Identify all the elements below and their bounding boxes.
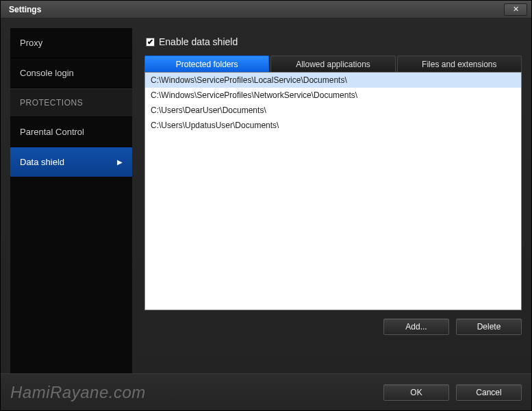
button-label: OK [410, 388, 422, 397]
tab-label: Protected folders [176, 60, 238, 69]
window-body: Proxy Console login PROTECTIONS Parental… [1, 18, 531, 373]
cancel-button[interactable]: Cancel [456, 384, 522, 401]
close-button[interactable]: ✕ [504, 3, 527, 16]
enable-data-shield-checkbox[interactable]: ✔ [146, 38, 155, 47]
folder-path: C:\Windows\ServiceProfiles\LocalService\… [151, 75, 347, 85]
list-action-row: Add... Delete [144, 310, 522, 335]
enable-data-shield-label: Enable data shield [159, 36, 238, 47]
folder-path: C:\Users\UpdatusUser\Documents\ [151, 121, 279, 130]
sidebar-item-parental-control[interactable]: Parental Control [10, 117, 132, 147]
chevron-right-icon: ▶ [117, 158, 123, 166]
folder-path: C:\Users\DearUser\Documents\ [151, 105, 266, 115]
tab-protected-folders[interactable]: Protected folders [144, 55, 269, 72]
footer: HamiRayane.com OK Cancel [1, 373, 531, 410]
window-title: Settings [5, 5, 41, 14]
close-icon: ✕ [513, 5, 519, 13]
ok-button[interactable]: OK [383, 384, 449, 401]
list-item[interactable]: C:\Users\UpdatusUser\Documents\ [145, 118, 521, 133]
sidebar-item-label: Console login [20, 68, 74, 78]
sidebar-section-header: PROTECTIONS [10, 88, 132, 117]
tab-allowed-applications[interactable]: Allowed applications [270, 55, 395, 72]
main-panel: ✔ Enable data shield Protected folders A… [144, 28, 522, 373]
sidebar-item-label: Proxy [20, 38, 42, 48]
add-button[interactable]: Add... [383, 319, 449, 335]
titlebar: Settings ✕ [1, 1, 531, 18]
button-label: Cancel [476, 388, 501, 397]
button-label: Add... [405, 322, 427, 332]
check-icon: ✔ [147, 38, 153, 46]
list-item[interactable]: C:\Users\DearUser\Documents\ [145, 103, 521, 118]
footer-buttons: OK Cancel [383, 384, 522, 401]
watermark-text: HamiRayane.com [10, 383, 146, 402]
sidebar: Proxy Console login PROTECTIONS Parental… [10, 28, 132, 373]
sidebar-item-label: Data shield [20, 157, 64, 167]
button-label: Delete [477, 322, 501, 332]
sidebar-item-label: Parental Control [20, 127, 84, 137]
tab-label: Allowed applications [296, 60, 370, 69]
list-item[interactable]: C:\Windows\ServiceProfiles\LocalService\… [145, 73, 521, 88]
tab-files-and-extensions[interactable]: Files and extensions [397, 55, 522, 72]
list-item[interactable]: C:\Windows\ServiceProfiles\NetworkServic… [145, 88, 521, 103]
settings-window: Settings ✕ Proxy Console login PROTECTIO… [0, 0, 532, 411]
tabs: Protected folders Allowed applications F… [144, 55, 522, 72]
sidebar-item-data-shield[interactable]: Data shield ▶ [10, 147, 132, 177]
sidebar-item-console-login[interactable]: Console login [10, 58, 132, 88]
enable-data-shield-row: ✔ Enable data shield [146, 36, 522, 47]
tab-label: Files and extensions [422, 60, 496, 69]
protected-folders-list[interactable]: C:\Windows\ServiceProfiles\LocalService\… [144, 72, 522, 310]
folder-path: C:\Windows\ServiceProfiles\NetworkServic… [151, 90, 357, 100]
delete-button[interactable]: Delete [456, 319, 522, 335]
sidebar-item-proxy[interactable]: Proxy [10, 28, 132, 58]
